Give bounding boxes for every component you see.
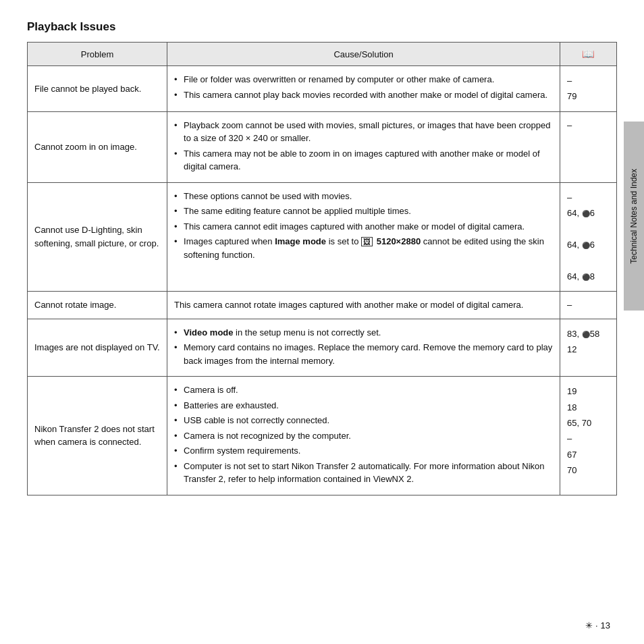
cause-cell: Playback zoom cannot be used with movies… (167, 111, 560, 182)
problem-cell: Nikon Transfer 2 does not start when cam… (28, 377, 167, 495)
cause-cell: These options cannot be used with movies… (167, 182, 560, 291)
page-number-area: ✳·13 (585, 620, 610, 630)
sidebar-label: Technical Notes and Index (624, 122, 644, 311)
list-item: Camera is off. (174, 383, 553, 397)
list-item: Computer is not set to start Nikon Trans… (174, 460, 553, 486)
problem-cell: Cannot zoom in on image. (28, 111, 167, 182)
cause-cell: Camera is off. Batteries are exhausted. … (167, 377, 560, 495)
list-item: This camera may not be able to zoom in o… (174, 147, 553, 173)
col-header-cause: Cause/Solution (167, 43, 560, 66)
page-number-separator: · (595, 620, 598, 630)
list-item: Camera is not recognized by the computer… (174, 429, 553, 443)
issues-table: Problem Cause/Solution 📖 File cannot be … (27, 42, 617, 495)
table-row: Cannot zoom in on image. Playback zoom c… (28, 111, 617, 182)
table-row: Cannot use D-Lighting, skin softening, s… (28, 182, 617, 291)
sidebar-text: Technical Notes and Index (629, 169, 639, 264)
book-icon: 📖 (582, 48, 595, 59)
page-content: Playback Issues Problem Cause/Solution 📖… (0, 0, 644, 536)
ref-cell: – (560, 111, 617, 182)
problem-cell: Cannot use D-Lighting, skin softening, s… (28, 182, 167, 291)
page-icon: ✳ (585, 620, 593, 630)
cause-cell: Video mode in the setup menu is not corr… (167, 319, 560, 377)
list-item: Playback zoom cannot be used with movies… (174, 119, 553, 145)
list-item: Images captured when Image mode is set t… (174, 235, 553, 261)
list-item: Memory card contains no images. Replace … (174, 341, 553, 367)
list-item: Video mode in the setup menu is not corr… (174, 326, 553, 340)
list-item: Confirm system requirements. (174, 444, 553, 458)
cause-cell: This camera cannot rotate images capture… (167, 292, 560, 319)
list-item: Batteries are exhausted. (174, 399, 553, 412)
list-item: USB cable is not correctly connected. (174, 414, 553, 427)
ref-cell: 83, ⚫58 12 (560, 319, 617, 377)
ref-cell: – 64, ⚫6 64, ⚫6 64, ⚫8 (560, 182, 617, 291)
list-item: These options cannot be used with movies… (174, 190, 553, 203)
page-title: Playback Issues (27, 20, 617, 34)
page-number: 13 (601, 620, 610, 630)
problem-cell: Cannot rotate image. (28, 292, 167, 319)
list-item: File or folder was overwritten or rename… (174, 73, 553, 86)
list-item: This camera cannot play back movies reco… (174, 88, 553, 102)
problem-cell: File cannot be played back. (28, 66, 167, 112)
table-row: Cannot rotate image. This camera cannot … (28, 292, 617, 319)
table-row: Images are not displayed on TV. Video mo… (28, 319, 617, 377)
table-row: Nikon Transfer 2 does not start when cam… (28, 377, 617, 495)
ref-cell: –79 (560, 66, 617, 112)
list-item: This camera cannot edit images captured … (174, 220, 553, 234)
cause-cell: File or folder was overwritten or rename… (167, 66, 560, 112)
ref-cell: – (560, 292, 617, 319)
ref-cell: 19 18 65, 70 – 67 70 (560, 377, 617, 495)
table-row: File cannot be played back. File or fold… (28, 66, 617, 112)
list-item: The same editing feature cannot be appli… (174, 205, 553, 218)
problem-cell: Images are not displayed on TV. (28, 319, 167, 377)
col-header-ref: 📖 (560, 43, 617, 66)
col-header-problem: Problem (28, 43, 167, 66)
